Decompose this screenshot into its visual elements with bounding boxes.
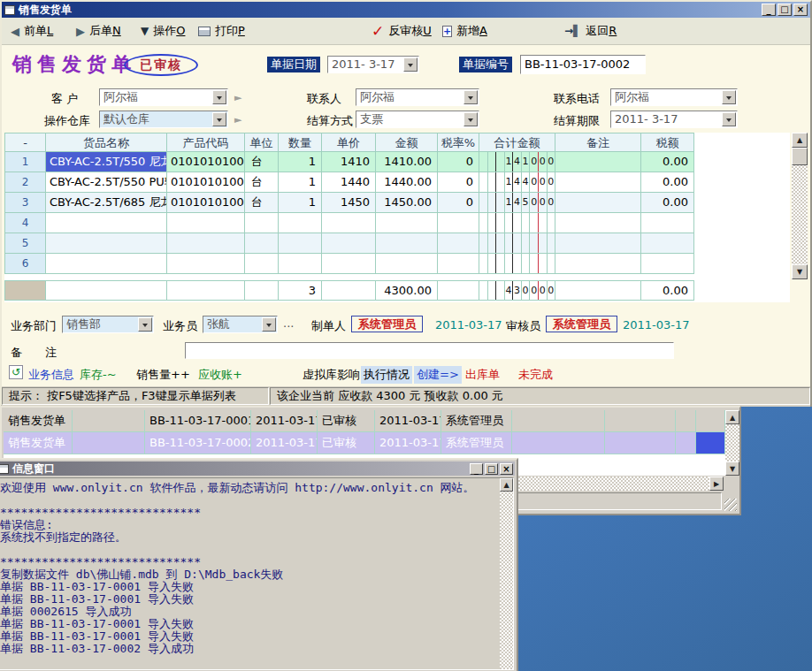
- resize-grip[interactable]: [724, 499, 737, 511]
- info-line: *****************************: [0, 507, 511, 519]
- outbound-doc-link[interactable]: 出库单: [465, 367, 500, 383]
- refresh-icon: ↺: [9, 365, 23, 379]
- col-header: 产品代码: [167, 133, 245, 151]
- window-icon: [4, 5, 15, 15]
- minimize-button[interactable]: _: [470, 463, 483, 475]
- incomplete-status: 未完成: [518, 367, 553, 383]
- chevron-down-icon: [726, 118, 732, 125]
- sales-delivery-window: 销售发货单 _ □ × ◀前单L ▶后单N ▼操作O 打印P ✓反审核U +新增…: [0, 0, 812, 407]
- scroll-up-button[interactable]: ▲: [725, 410, 739, 424]
- scroll-down-button[interactable]: ▼: [725, 461, 739, 476]
- form-title: 销售发货单: [12, 51, 136, 78]
- chevron-down-icon: [468, 96, 473, 103]
- col-header: 税额: [641, 133, 694, 151]
- hand-pointer-icon[interactable]: ►: [234, 92, 241, 103]
- selection-anchor-cell[interactable]: [696, 432, 725, 454]
- add-new-button[interactable]: +新增A: [442, 23, 487, 39]
- close-button[interactable]: ×: [793, 4, 808, 16]
- payment-select[interactable]: 支票: [356, 111, 479, 128]
- col-header: 单位: [245, 133, 279, 151]
- table-row[interactable]: 2 CBY-AC-2.5T/550 PU轮 01010101002 台 1 14…: [4, 172, 694, 193]
- total-amount-digit-grid[interactable]: 145000: [479, 193, 555, 212]
- total-amount-digit-grid[interactable]: 141000: [479, 152, 555, 172]
- remark-input[interactable]: [185, 342, 674, 359]
- ellipsis-text: ...: [283, 316, 294, 330]
- audited-stamp: 已审核: [124, 54, 198, 76]
- table-header-row: - 货品名称 产品代码 单位 数量 单价 金额 税率% 合计金额 备注 税额: [4, 133, 694, 152]
- hand-left-icon: ◀: [11, 25, 19, 38]
- list-vscrollbar[interactable]: ▲ ▼: [725, 410, 739, 476]
- list-row-selected[interactable]: 销售发货单 BB-11-03-17-0002 2011-03-17 已审核 20…: [4, 432, 725, 454]
- scroll-thumb[interactable]: [792, 148, 808, 165]
- table-row[interactable]: 5: [4, 233, 694, 254]
- col-header: -: [4, 133, 46, 151]
- salesman-select[interactable]: 张航: [203, 316, 278, 333]
- status-tip: 提示： 按F5键选择产品，F3键显示单据列表: [2, 387, 269, 405]
- biz-info-label: 业务信息: [28, 367, 74, 383]
- new-page-icon: +: [442, 26, 452, 37]
- status-bar: 提示： 按F5键选择产品，F3键显示单据列表 该企业当前 应收款 4300 元 …: [2, 386, 810, 407]
- chevron-down-icon: [142, 324, 148, 330]
- list-row[interactable]: 销售发货单 BB-11-03-17-0001 2011-03-17 已审核 20…: [4, 410, 725, 432]
- create-link[interactable]: 创建=>: [414, 366, 462, 384]
- scroll-right-button[interactable]: ▶: [709, 477, 724, 491]
- toolbar: ◀前单L ▶后单N ▼操作O 打印P ✓反审核U +新增A →▌返回R: [2, 18, 810, 45]
- prev-doc-button[interactable]: ◀前单L: [11, 23, 53, 39]
- info-titlebar[interactable]: 信息窗口 _ □ ×: [0, 461, 515, 476]
- creator-value: 系统管理员: [351, 316, 423, 332]
- dept-select[interactable]: 销售部: [62, 316, 154, 333]
- scroll-down-button[interactable]: ▼: [792, 264, 808, 279]
- doc-no-input[interactable]: BB-11-03-17-0002: [520, 55, 646, 74]
- items-table: - 货品名称 产品代码 单位 数量 单价 金额 税率% 合计金额 备注 税额 1…: [4, 133, 790, 302]
- close-button[interactable]: ×: [500, 463, 513, 475]
- maximize-button[interactable]: □: [778, 4, 792, 16]
- col-header: 数量: [279, 133, 322, 151]
- info-line: 单据 BB-11-03-17-0001 导入失败: [0, 581, 511, 593]
- print-button[interactable]: 打印P: [198, 23, 245, 39]
- table-row[interactable]: 1 CBY-AC-2.5T/550 尼龙轮 01010101001 台 1 14…: [4, 152, 694, 172]
- maximize-button[interactable]: □: [485, 463, 498, 475]
- minimize-button[interactable]: _: [762, 4, 776, 16]
- payment-label: 结算方式: [307, 113, 353, 129]
- scroll-up-button[interactable]: ▲: [500, 478, 513, 492]
- col-header: 备注: [555, 133, 641, 151]
- info-line: 单据 BB-11-03-17-0002 导入成功: [0, 643, 511, 655]
- customer-label: 客 户: [51, 91, 78, 107]
- operate-button[interactable]: ▼操作O: [141, 23, 185, 39]
- info-line: 单据 BB-11-03-17-0001 导入失败: [0, 618, 511, 630]
- creator-label: 制单人: [311, 318, 346, 334]
- stock-effect: 库存-~: [80, 367, 117, 383]
- due-label: 结算期限: [554, 113, 600, 129]
- info-line: 单据 BB-11-03-17-0001 导入失败: [0, 630, 511, 643]
- phone-select[interactable]: 阿尔福: [610, 88, 738, 106]
- dropdown-button[interactable]: [403, 57, 417, 72]
- doc-date-select[interactable]: 2011- 3-17: [327, 56, 419, 73]
- phone-label: 联系电话: [554, 91, 600, 107]
- due-select[interactable]: 2011- 3-17: [610, 111, 738, 128]
- selected-cell[interactable]: CBY-AC-2.5T/550 尼龙轮: [46, 152, 167, 172]
- return-button[interactable]: →▌返回R: [564, 23, 617, 39]
- warehouse-select[interactable]: 默认仓库: [99, 111, 228, 128]
- total-amount-digit-grid: 430000: [479, 281, 555, 300]
- next-doc-button[interactable]: ▶后单N: [76, 23, 121, 39]
- table-row[interactable]: 6: [4, 254, 694, 274]
- info-title: 信息窗口: [12, 461, 55, 477]
- info-vscrollbar[interactable]: ▲: [500, 478, 513, 669]
- main-titlebar[interactable]: 销售发货单 _ □ ×: [2, 2, 810, 18]
- unaudit-button[interactable]: ✓反审核U: [372, 23, 432, 39]
- info-line: 系统找不到指定的路径。: [0, 531, 511, 544]
- customer-select[interactable]: 阿尔福: [99, 88, 228, 106]
- contact-select[interactable]: 阿尔福: [356, 88, 479, 106]
- table-vscrollbar[interactable]: ▲ ▼: [792, 133, 808, 279]
- table-total-row: 3 4300.00 430000 0.00: [4, 280, 694, 301]
- table-row[interactable]: 3 CBY-AC-2.5T/685 尼龙轮 01010101003 台 1 14…: [4, 193, 694, 213]
- auditor-label: 审核员: [506, 318, 540, 334]
- info-message-area: 欢迎使用 www.onlyit.cn 软件作品，最新动态请访问 http://w…: [0, 477, 514, 670]
- table-row[interactable]: 4: [4, 213, 694, 233]
- chevron-down-icon: [217, 96, 222, 103]
- auditor-value: 系统管理员: [546, 316, 617, 332]
- exec-status-link[interactable]: 执行情况: [361, 366, 412, 384]
- scroll-up-button[interactable]: ▲: [792, 133, 808, 148]
- total-amount-digit-grid[interactable]: 144000: [479, 172, 555, 192]
- hand-pointer-icon[interactable]: ►: [234, 114, 241, 126]
